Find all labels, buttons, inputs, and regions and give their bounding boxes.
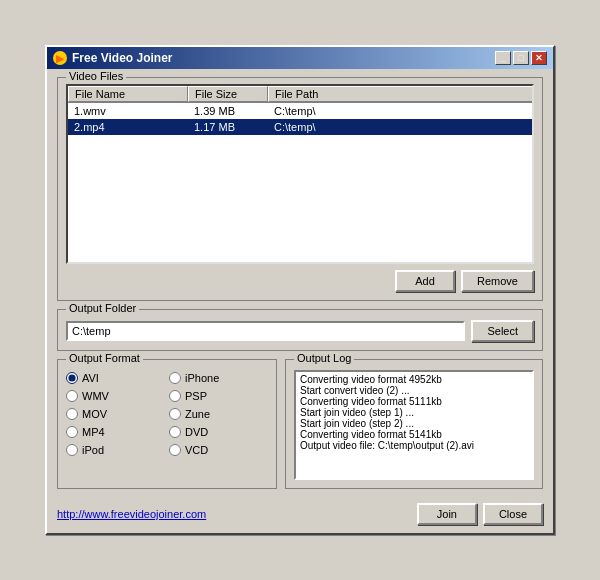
- window-body: Video Files File Name File Size File Pat…: [47, 69, 553, 533]
- mp4-label: MP4: [82, 426, 105, 438]
- output-format-group: Output Format AVI iPhone WMV: [57, 359, 277, 489]
- format-psp[interactable]: PSP: [169, 388, 268, 404]
- file-path-cell: C:\temp\: [268, 120, 532, 134]
- app-icon: ▶: [53, 51, 67, 65]
- file-table-header: File Name File Size File Path: [68, 86, 532, 103]
- format-mp4[interactable]: MP4: [66, 424, 165, 440]
- file-list: File Name File Size File Path 1.wmv 1.39…: [68, 86, 532, 135]
- output-folder-label: Output Folder: [66, 302, 139, 314]
- file-name-cell: 1.wmv: [68, 104, 188, 118]
- ipod-label: iPod: [82, 444, 104, 456]
- format-avi[interactable]: AVI: [66, 370, 165, 386]
- join-button[interactable]: Join: [417, 503, 477, 525]
- col-header-path: File Path: [268, 86, 532, 102]
- format-vcd[interactable]: VCD: [169, 442, 268, 458]
- close-button[interactable]: Close: [483, 503, 543, 525]
- output-folder-group: Output Folder Select: [57, 309, 543, 351]
- iphone-radio[interactable]: [169, 372, 181, 384]
- format-radio-grid: AVI iPhone WMV PSP: [66, 366, 268, 458]
- psp-radio[interactable]: [169, 390, 181, 402]
- zune-radio[interactable]: [169, 408, 181, 420]
- file-size-cell: 1.17 MB: [188, 120, 268, 134]
- format-zune[interactable]: Zune: [169, 406, 268, 422]
- mov-label: MOV: [82, 408, 107, 420]
- vcd-radio[interactable]: [169, 444, 181, 456]
- table-row[interactable]: 1.wmv 1.39 MB C:\temp\: [68, 103, 532, 119]
- output-log-group: Output Log Converting video format 4952k…: [285, 359, 543, 489]
- dvd-label: DVD: [185, 426, 208, 438]
- file-size-cell: 1.39 MB: [188, 104, 268, 118]
- psp-label: PSP: [185, 390, 207, 402]
- avi-radio[interactable]: [66, 372, 78, 384]
- output-log-textarea[interactable]: Converting video format 4952kb Start con…: [294, 370, 534, 480]
- wmv-label: WMV: [82, 390, 109, 402]
- output-folder-row: Select: [66, 320, 534, 342]
- action-buttons: Join Close: [417, 503, 543, 525]
- format-wmv[interactable]: WMV: [66, 388, 165, 404]
- avi-label: AVI: [82, 372, 99, 384]
- output-path-input[interactable]: [66, 321, 465, 341]
- select-button[interactable]: Select: [471, 320, 534, 342]
- add-button[interactable]: Add: [395, 270, 455, 292]
- table-row[interactable]: 2.mp4 1.17 MB C:\temp\: [68, 119, 532, 135]
- window-title: Free Video Joiner: [72, 51, 490, 65]
- format-dvd[interactable]: DVD: [169, 424, 268, 440]
- title-bar-buttons: _ □ ✕: [495, 51, 547, 65]
- file-path-cell: C:\temp\: [268, 104, 532, 118]
- footer: http://www.freevideojoiner.com Join Clos…: [57, 503, 543, 525]
- dvd-radio[interactable]: [169, 426, 181, 438]
- file-action-buttons: Add Remove: [66, 270, 534, 292]
- ipod-radio[interactable]: [66, 444, 78, 456]
- title-bar: ▶ Free Video Joiner _ □ ✕: [47, 47, 553, 69]
- website-link[interactable]: http://www.freevideojoiner.com: [57, 508, 206, 520]
- main-window: ▶ Free Video Joiner _ □ ✕ Video Files Fi…: [45, 45, 555, 535]
- minimize-button[interactable]: _: [495, 51, 511, 65]
- col-header-name: File Name: [68, 86, 188, 102]
- close-window-button[interactable]: ✕: [531, 51, 547, 65]
- format-ipod[interactable]: iPod: [66, 442, 165, 458]
- file-name-cell: 2.mp4: [68, 120, 188, 134]
- video-files-group: Video Files File Name File Size File Pat…: [57, 77, 543, 301]
- maximize-button[interactable]: □: [513, 51, 529, 65]
- format-iphone[interactable]: iPhone: [169, 370, 268, 386]
- format-mov[interactable]: MOV: [66, 406, 165, 422]
- zune-label: Zune: [185, 408, 210, 420]
- vcd-label: VCD: [185, 444, 208, 456]
- file-list-container[interactable]: File Name File Size File Path 1.wmv 1.39…: [66, 84, 534, 264]
- iphone-label: iPhone: [185, 372, 219, 384]
- mov-radio[interactable]: [66, 408, 78, 420]
- video-files-label: Video Files: [66, 70, 126, 82]
- wmv-radio[interactable]: [66, 390, 78, 402]
- remove-button[interactable]: Remove: [461, 270, 534, 292]
- output-log-label: Output Log: [294, 352, 354, 364]
- col-header-size: File Size: [188, 86, 268, 102]
- output-format-label: Output Format: [66, 352, 143, 364]
- mp4-radio[interactable]: [66, 426, 78, 438]
- bottom-row: Output Format AVI iPhone WMV: [57, 359, 543, 497]
